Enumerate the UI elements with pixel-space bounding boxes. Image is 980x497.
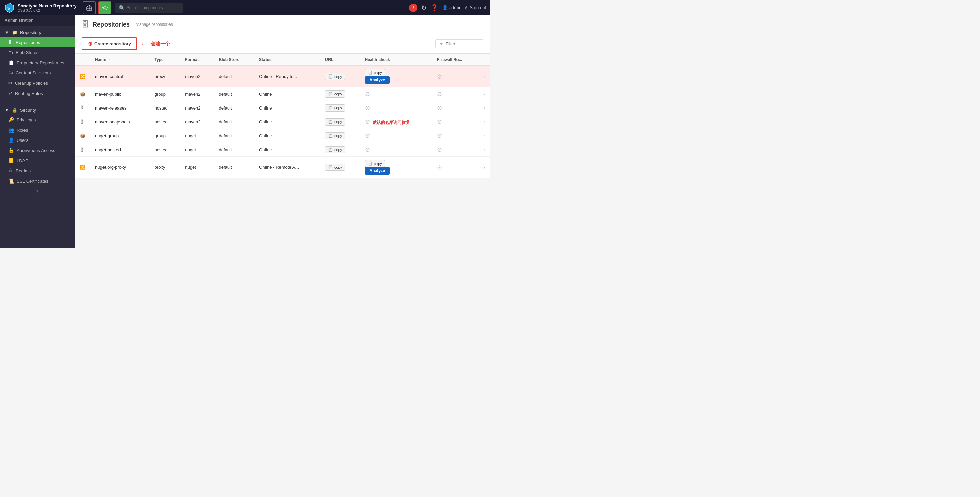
filter-box[interactable]: ▼ — [435, 40, 484, 48]
analyze-button[interactable]: Analyze — [365, 76, 390, 84]
col-firewall[interactable]: Firewall Re... — [432, 54, 479, 66]
sign-out-button[interactable]: ⎋ Sign out — [465, 5, 486, 10]
row-format: maven2 — [180, 101, 214, 115]
sidebar-item-roles[interactable]: 👥 Roles — [0, 125, 75, 135]
chevron-right-icon[interactable]: › — [484, 164, 485, 170]
row-expand[interactable]: › — [479, 157, 490, 178]
signout-icon: ⎋ — [465, 5, 468, 10]
sidebar-item-repositories[interactable]: 🗄 Repositories — [0, 37, 75, 47]
chevron-right-icon[interactable]: › — [484, 73, 485, 79]
chevron-right-icon[interactable]: › — [484, 91, 485, 97]
row-url: 📋 copy — [320, 66, 360, 87]
user-menu[interactable]: 👤 admin — [442, 5, 461, 10]
url-copy-button[interactable]: 📋 copy — [325, 105, 345, 111]
chevron-right-icon[interactable]: › — [484, 105, 485, 111]
status-badge: Online — [259, 105, 272, 111]
sidebar-item-cleanup-policies[interactable]: ✂ Cleanup Policies — [0, 78, 75, 88]
health-annotation: 默认的仓库访问较慢 — [373, 120, 409, 125]
sidebar-group-repository: ▼ 📁 Repository 🗄 Repositories 🗃 Blob Sto… — [0, 26, 75, 100]
sidebar-item-anonymous-access[interactable]: 🔓 Anonymous Access — [0, 145, 75, 156]
browse-icon-btn[interactable] — [83, 2, 95, 14]
row-expand[interactable]: › — [479, 143, 490, 157]
row-format: nuget — [180, 157, 214, 178]
sidebar-item-blob-stores[interactable]: 🗃 Blob Stores — [0, 47, 75, 57]
sidebar-item-ssl-certificates[interactable]: 📜 SSL Certificates — [0, 176, 75, 186]
col-blobstore[interactable]: Blob Store — [214, 54, 254, 66]
sidebar-item-users[interactable]: 👤 Users — [0, 135, 75, 145]
table-row: 📦 maven-public group maven2 default Onli… — [75, 87, 490, 101]
status-badge: Online - Remote A... — [259, 165, 299, 170]
admin-icon-btn[interactable] — [99, 2, 111, 14]
col-url[interactable]: URL — [320, 54, 360, 66]
row-healthcheck: 📋 copy Analyze — [360, 157, 433, 178]
row-expand[interactable]: › — [479, 101, 490, 115]
firewall-icon: ⊘ — [437, 105, 442, 111]
svg-point-5 — [104, 7, 106, 9]
sidebar-item-proprietary-label: Proprietary Repositories — [17, 60, 64, 65]
col-type[interactable]: Type — [150, 54, 180, 66]
row-firewall: ⊘ — [432, 87, 479, 101]
url-copy-button[interactable]: 📋 copy — [325, 164, 345, 171]
row-expand[interactable]: › — [479, 115, 490, 129]
sidebar-item-privileges[interactable]: 🔑 Privileges — [0, 114, 75, 125]
row-icon: 🗄 — [80, 147, 84, 152]
refresh-icon[interactable]: ↻ — [422, 4, 426, 11]
url-copy-button[interactable]: 📋 copy — [325, 118, 345, 125]
repository-group-header[interactable]: ▼ 📁 Repository — [0, 28, 75, 37]
row-expand[interactable]: › — [479, 66, 490, 87]
sidebar-item-realms[interactable]: 🏛 Realms — [0, 166, 75, 176]
chevron-right-icon[interactable]: › — [484, 119, 485, 124]
page-header-icon: 🗄 — [82, 20, 89, 29]
sidebar-item-proprietary[interactable]: 📋 Proprietary Repositories — [0, 57, 75, 68]
row-type-icon: 🗄 — [75, 143, 91, 157]
col-format[interactable]: Format — [180, 54, 214, 66]
row-blobstore: default — [214, 87, 254, 101]
row-expand[interactable]: › — [479, 87, 490, 101]
alert-icon[interactable]: ! — [409, 4, 417, 12]
filter-icon: ▼ — [439, 41, 444, 46]
username-label: admin — [449, 5, 461, 10]
chevron-down-icon: ▼ — [5, 30, 9, 35]
url-copy-button[interactable]: 📋 copy — [325, 91, 345, 98]
row-icon: 🗄 — [80, 105, 84, 111]
url-copy-button[interactable]: 📋 copy — [365, 69, 385, 76]
table-container: Name ↑ Type Format Blob Store Status URL… — [75, 54, 490, 178]
page-title: Repositories — [92, 21, 130, 28]
table-body: 🔀 maven-central proxy maven2 default Onl… — [75, 66, 490, 178]
sidebar-item-ldap[interactable]: 📒 LDAP — [0, 156, 75, 166]
folder-icon: 📁 — [12, 30, 18, 35]
sidebar-item-repositories-label: Repositories — [16, 40, 40, 45]
chevron-right-icon[interactable]: › — [484, 133, 485, 138]
routing-rules-icon: ⇄ — [8, 91, 12, 96]
filter-input[interactable] — [445, 41, 480, 46]
content-selectors-icon: 🗂 — [8, 70, 13, 76]
chevron-right-icon[interactable]: › — [484, 147, 485, 152]
copy-icon: 📋 — [368, 70, 373, 75]
security-group-header[interactable]: ▼ 🔒 Security — [0, 105, 75, 114]
user-icon: 👤 — [442, 5, 448, 10]
main-content: 🗄 Repositories Manage repositories ⊕ Cre… — [75, 15, 490, 248]
url-copy-button[interactable]: 📋 copy — [365, 160, 385, 167]
search-bar[interactable]: 🔍 — [115, 3, 183, 13]
url-copy-button[interactable]: 📋 copy — [325, 146, 345, 153]
row-healthcheck: ⊘默认的仓库访问较慢 — [360, 115, 433, 129]
url-copy-button[interactable]: 📋 copy — [325, 73, 345, 80]
row-name: maven-snapshots — [90, 115, 150, 129]
search-input[interactable] — [127, 5, 180, 10]
row-expand[interactable]: › — [479, 129, 490, 143]
row-url: 📋 copy — [320, 87, 360, 101]
col-healthcheck[interactable]: Health check — [360, 54, 433, 66]
sidebar-item-content-selectors[interactable]: 🗂 Content Selectors — [0, 68, 75, 78]
status-badge: Online — [259, 119, 272, 124]
col-status[interactable]: Status — [254, 54, 320, 66]
sidebar-item-routing-rules-label: Routing Rules — [15, 91, 43, 96]
sidebar-item-routing-rules[interactable]: ⇄ Routing Rules — [0, 88, 75, 98]
col-name[interactable]: Name ↑ — [90, 54, 150, 66]
help-icon[interactable]: ❓ — [431, 4, 438, 11]
url-copy-button[interactable]: 📋 copy — [325, 132, 345, 140]
analyze-button[interactable]: Analyze — [365, 167, 390, 175]
create-repository-button[interactable]: ⊕ Create repository — [82, 37, 137, 50]
row-type: group — [150, 87, 180, 101]
signout-label: Sign out — [470, 5, 486, 10]
table-row: 🔀 nuget.org-proxy proxy nuget default On… — [75, 157, 490, 178]
